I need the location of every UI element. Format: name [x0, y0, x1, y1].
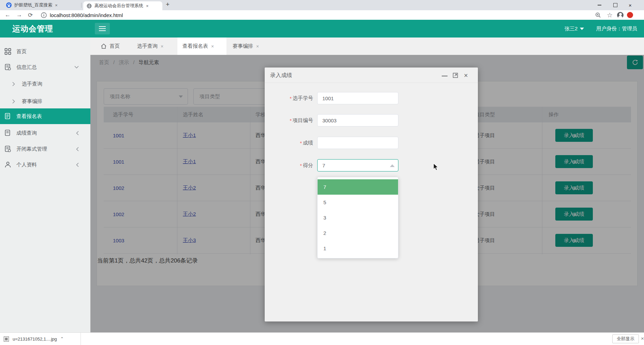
sidebar-item-label: 个人资料	[16, 162, 37, 168]
menu-toggle-button[interactable]	[95, 23, 110, 34]
browser-tab-title: 护眼壁纸_百度搜索	[14, 2, 52, 8]
tab-close-icon[interactable]: ×	[146, 3, 149, 9]
download-item[interactable]: u=2131671052,1....jpg ⌃	[3, 333, 64, 345]
chevron-left-icon	[76, 147, 79, 151]
new-tab-button[interactable]: +	[166, 1, 170, 8]
points-select[interactable]	[317, 159, 398, 171]
bookmark-star-icon[interactable]: ☆	[607, 10, 613, 20]
dropdown-option[interactable]: 5	[318, 195, 398, 210]
sidebar-item-label: 成绩查询	[16, 130, 37, 136]
home-icon	[101, 44, 106, 49]
back-icon[interactable]: ←	[5, 10, 11, 20]
tab-view-registrations[interactable]: 查看报名表 ×	[182, 38, 214, 55]
tab-label: 查看报名表	[182, 43, 208, 49]
sidebar-item-label: 信息汇总	[16, 64, 37, 71]
collapse-chevron-icon[interactable]: ⌃	[60, 336, 64, 341]
extension-icon[interactable]	[627, 10, 633, 20]
score-result-field[interactable]	[317, 137, 398, 149]
page-info-icon[interactable]	[41, 10, 47, 20]
image-file-icon	[3, 336, 9, 342]
download-bar: u=2131671052,1....jpg ⌃ 全部显示 ×	[0, 332, 644, 345]
dialog-maximize-button[interactable]	[453, 73, 458, 78]
required-mark: *	[290, 95, 292, 101]
download-filename: u=2131671052,1....jpg	[13, 336, 57, 342]
dropdown-option[interactable]: 2	[318, 225, 398, 241]
field-label: * 得分	[265, 159, 313, 171]
sidebar-item-player-query[interactable]: 选手查询	[0, 76, 90, 92]
profile-avatar-icon[interactable]	[617, 10, 624, 20]
tab-event-arrange[interactable]: 赛事编排 ×	[233, 38, 259, 55]
chevron-right-icon	[12, 82, 15, 86]
browser-tab-current[interactable]: 高校运动会后台管理系统 ×	[83, 1, 162, 10]
download-bar-close-icon[interactable]: ×	[641, 335, 644, 341]
dropdown-option[interactable]: 1	[318, 241, 398, 256]
baidu-favicon-icon	[6, 2, 12, 8]
document-icon	[4, 146, 11, 152]
field-label: * 选手学号	[265, 92, 313, 104]
caret-up-icon	[390, 164, 395, 167]
zoom-icon[interactable]	[595, 10, 601, 20]
browser-tab-strip: 护眼壁纸_百度搜索 × 高校运动会后台管理系统 × + ×	[0, 0, 644, 10]
document-icon	[4, 113, 11, 120]
browser-tab-baidu[interactable]: 护眼壁纸_百度搜索 ×	[3, 0, 80, 10]
forward-icon[interactable]: →	[16, 10, 22, 20]
globe-favicon-icon	[87, 3, 92, 9]
sidebar-item-label: 查看报名表	[16, 113, 42, 120]
download-divider	[80, 333, 81, 345]
mouse-cursor	[433, 163, 441, 171]
points-dropdown: 7 5 3 2 1	[317, 177, 398, 258]
form-row: * 项目编号	[265, 114, 478, 126]
app-title: 运动会管理	[12, 20, 53, 38]
tab-label: 赛事编排	[233, 43, 253, 49]
tab-home[interactable]: 首页	[101, 38, 120, 55]
form-row: * 成绩	[265, 137, 478, 149]
tab-close-icon[interactable]: ×	[256, 44, 259, 49]
user-menu[interactable]: 张三2	[565, 20, 584, 38]
window-maximize-button[interactable]	[613, 0, 617, 10]
sidebar-item-info-summary[interactable]: 信息汇总	[0, 59, 90, 75]
form-row: * 选手学号	[265, 92, 478, 104]
dialog-minimize-button[interactable]	[442, 73, 448, 76]
maximize-icon	[453, 73, 458, 78]
tab-label: 选手查询	[137, 43, 158, 49]
page-tab-bar: 首页 选手查询 × 查看报名表 × 赛事编排 ×	[90, 38, 644, 55]
app-header: 运动会管理 张三2 用户身份：管理员	[0, 20, 644, 38]
chevron-down-icon	[74, 66, 79, 69]
tab-close-icon[interactable]: ×	[55, 3, 58, 8]
window-close-button[interactable]: ×	[629, 0, 632, 10]
grid-icon	[4, 48, 11, 55]
student-id-field[interactable]	[317, 92, 398, 104]
dialog-close-button[interactable]: ×	[464, 72, 468, 79]
reload-icon[interactable]: ⟳	[28, 10, 33, 20]
dropdown-option-selected[interactable]: 7	[318, 179, 398, 195]
tab-close-icon[interactable]: ×	[161, 44, 163, 49]
caret-down-icon	[580, 28, 584, 30]
sidebar-item-score-query[interactable]: 成绩查询	[0, 125, 90, 141]
sidebar-item-label: 选手查询	[22, 81, 42, 87]
window-minimize-button[interactable]	[598, 0, 601, 10]
sidebar-item-ceremony-mgmt[interactable]: 开闭幕式管理	[0, 141, 90, 157]
sidebar-item-profile[interactable]: 个人资料	[0, 157, 90, 172]
tab-label: 首页	[109, 43, 120, 49]
sidebar-item-view-registrations[interactable]: 查看报名表	[0, 108, 90, 124]
screen: 护眼壁纸_百度搜索 × 高校运动会后台管理系统 × + × ← → ⟳ loca…	[0, 0, 644, 345]
required-mark: *	[300, 163, 302, 168]
show-all-downloads-button[interactable]: 全部显示	[612, 334, 639, 343]
required-mark: *	[290, 118, 292, 123]
dropdown-option[interactable]: 3	[318, 210, 398, 225]
chevron-left-icon	[76, 131, 79, 135]
dialog-title: 录入成绩	[270, 72, 292, 79]
tab-close-icon[interactable]: ×	[211, 44, 214, 49]
form-row: * 得分	[265, 159, 478, 171]
sidebar-item-event-arrange[interactable]: 赛事编排	[0, 93, 90, 109]
tab-player-query[interactable]: 选手查询 ×	[137, 38, 163, 55]
username: 张三2	[565, 26, 577, 32]
sidebar-item-home[interactable]: 首页	[0, 44, 90, 59]
project-number-field[interactable]	[317, 114, 398, 126]
tab-divider	[81, 3, 82, 8]
document-icon	[4, 64, 11, 71]
url-field[interactable]: localhost:8080/admin/index.html	[50, 10, 123, 20]
sidebar: 首页 信息汇总 选手查询 赛事编排 查看报	[0, 38, 90, 332]
browser-address-bar: ← → ⟳ localhost:8080/admin/index.html ☆	[0, 10, 644, 20]
document-icon	[4, 130, 11, 136]
